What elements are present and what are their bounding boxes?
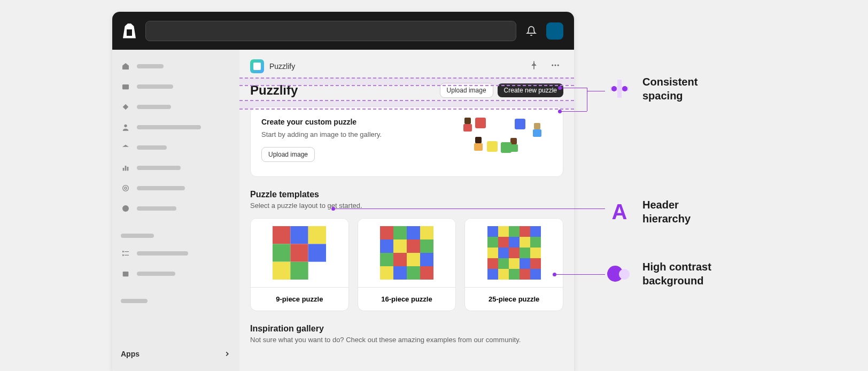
home-icon <box>121 61 130 71</box>
svg-rect-64 <box>530 269 541 280</box>
template-thumb-9 <box>251 219 348 287</box>
svg-rect-51 <box>498 248 509 258</box>
svg-rect-59 <box>530 258 541 269</box>
svg-rect-22 <box>273 262 290 280</box>
app-icon <box>250 59 264 73</box>
svg-rect-21 <box>308 244 326 261</box>
svg-rect-26 <box>407 226 420 239</box>
svg-rect-47 <box>509 237 520 248</box>
svg-rect-49 <box>530 237 541 248</box>
svg-rect-28 <box>380 239 393 253</box>
svg-point-15 <box>557 65 559 66</box>
search-input[interactable] <box>145 21 516 41</box>
template-card-16[interactable]: 16-piece puzzle <box>358 218 456 311</box>
svg-point-7 <box>122 205 129 212</box>
annotation-spacing: Consistent spacing <box>607 75 717 103</box>
annotation-line <box>335 208 605 209</box>
annotation-dot <box>558 110 562 113</box>
annotation-line <box>560 88 587 88</box>
nav-item-customers[interactable] <box>119 119 233 135</box>
svg-rect-54 <box>530 248 541 258</box>
svg-rect-30 <box>407 239 420 253</box>
template-grid: 9-piece puzzle 16-piece puzzle 25-piece … <box>239 218 574 311</box>
svg-rect-63 <box>520 269 530 280</box>
svg-point-6 <box>125 187 127 189</box>
nav-item-products[interactable] <box>119 99 233 115</box>
svg-rect-27 <box>420 226 433 239</box>
target-icon <box>121 183 130 193</box>
pin-button[interactable] <box>526 57 542 75</box>
person-icon <box>121 122 130 132</box>
svg-rect-58 <box>520 258 530 269</box>
nav-item-channel-1[interactable] <box>119 245 233 261</box>
svg-rect-16 <box>273 226 290 244</box>
template-card-9[interactable]: 9-piece puzzle <box>250 218 349 311</box>
svg-rect-10 <box>122 254 124 256</box>
svg-rect-32 <box>380 253 393 266</box>
nav-section-header <box>119 230 233 241</box>
svg-rect-17 <box>291 226 308 244</box>
pin-icon <box>529 60 539 70</box>
svg-rect-52 <box>509 248 520 258</box>
svg-rect-3 <box>125 166 127 171</box>
list-icon <box>121 249 130 258</box>
svg-rect-56 <box>498 258 509 269</box>
svg-rect-35 <box>420 253 433 266</box>
annotation-contrast: High contrast background <box>607 260 728 288</box>
svg-rect-8 <box>122 251 124 252</box>
nav-item-discounts[interactable] <box>119 200 233 217</box>
gallery-section-header: Inspiration gallery Not sure what you wa… <box>239 324 574 344</box>
create-puzzle-button[interactable]: Create new puzzle <box>498 83 563 97</box>
svg-rect-38 <box>407 266 420 280</box>
annotation-hierarchy: A Header hierarchy <box>607 198 717 226</box>
nav-item-analytics[interactable] <box>119 160 233 176</box>
svg-rect-53 <box>520 248 530 258</box>
nav-item-marketing[interactable] <box>119 180 233 196</box>
inbox-icon <box>121 82 130 91</box>
annotation-text: Header hierarchy <box>642 198 717 226</box>
svg-rect-44 <box>530 226 541 237</box>
main-content: Puzzlify Puzzlify Upload image Create ne… <box>239 50 574 371</box>
notifications-icon[interactable] <box>526 26 537 36</box>
template-label: 25-piece puzzle <box>465 287 563 311</box>
svg-rect-48 <box>520 237 530 248</box>
svg-rect-62 <box>509 269 520 280</box>
contrast-icon <box>607 261 632 286</box>
svg-rect-43 <box>520 226 530 237</box>
shopify-logo-icon <box>123 24 136 38</box>
user-avatar[interactable] <box>546 22 563 40</box>
nav-item-home[interactable] <box>119 58 233 74</box>
spacing-icon <box>607 76 632 101</box>
svg-point-1 <box>124 125 127 127</box>
svg-rect-57 <box>509 258 520 269</box>
annotation-dot <box>331 207 335 211</box>
svg-rect-50 <box>487 248 498 258</box>
svg-rect-42 <box>509 226 520 237</box>
annotation-line <box>560 111 587 112</box>
svg-rect-20 <box>291 244 308 261</box>
annotation-text: High contrast background <box>642 260 728 288</box>
svg-rect-40 <box>487 226 498 237</box>
more-icon <box>551 60 560 70</box>
tag-icon <box>121 102 130 112</box>
more-button[interactable] <box>547 57 563 75</box>
sidebar-apps[interactable]: Apps <box>119 345 233 362</box>
template-card-25[interactable]: 25-piece puzzle <box>464 218 563 311</box>
gallery-title: Inspiration gallery <box>250 324 324 334</box>
svg-rect-18 <box>308 226 326 244</box>
nav-item-finances[interactable] <box>119 140 233 156</box>
annotation-text: Consistent spacing <box>642 75 717 103</box>
nav-item-channel-2[interactable] <box>119 266 233 282</box>
svg-point-5 <box>123 186 129 191</box>
upload-image-button[interactable]: Upload image <box>440 83 493 98</box>
card-upload-button[interactable]: Upload image <box>261 147 315 162</box>
templates-title: Puzzle templates <box>250 190 319 199</box>
svg-rect-31 <box>420 239 433 253</box>
svg-rect-39 <box>420 266 433 280</box>
card-title: Create your custom puzzle <box>261 118 445 126</box>
nav-item-orders[interactable] <box>119 79 233 95</box>
svg-rect-61 <box>498 269 509 280</box>
svg-point-14 <box>555 65 556 66</box>
annotation-dot <box>553 273 556 276</box>
svg-rect-24 <box>380 226 393 239</box>
